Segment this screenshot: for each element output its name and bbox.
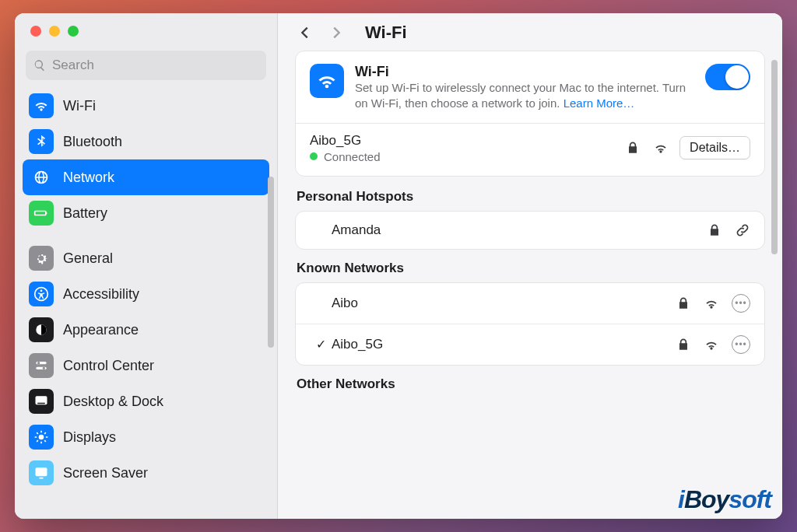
svg-point-6	[43, 367, 45, 369]
appearance-icon	[29, 317, 54, 342]
main-panel: Wi-Fi Wi-Fi Set up Wi-Fi to wirelessly c…	[278, 13, 782, 519]
search-placeholder: Search	[52, 58, 94, 73]
network-name: Aibo	[332, 296, 676, 311]
wifi-card: Wi-Fi Set up Wi-Fi to wirelessly connect…	[295, 51, 765, 177]
more-options-icon[interactable]: •••	[732, 294, 750, 313]
sidebar-item-label: Desktop & Dock	[63, 394, 163, 410]
forward-button	[328, 24, 345, 41]
sidebar-item-general[interactable]: General	[23, 240, 269, 276]
learn-more-link[interactable]: Learn More…	[564, 96, 635, 110]
system-settings-window: Search Wi-Fi Bluetooth Network	[15, 13, 782, 519]
svg-point-5	[37, 362, 40, 364]
hotspot-link-icon	[735, 222, 750, 238]
list-item[interactable]: Amanda	[296, 212, 764, 249]
svg-rect-18	[36, 467, 47, 476]
sidebar-item-label: Network	[63, 170, 114, 186]
wifi-toggle[interactable]	[705, 64, 750, 90]
search-input[interactable]: Search	[26, 51, 266, 80]
displays-icon	[29, 425, 54, 450]
bluetooth-icon	[29, 129, 54, 154]
lock-icon	[676, 296, 691, 311]
wifi-icon	[310, 64, 344, 98]
svg-rect-8	[37, 403, 45, 404]
svg-line-17	[44, 432, 46, 434]
sidebar-item-label: Appearance	[63, 322, 139, 338]
sidebar-item-appearance[interactable]: Appearance	[23, 312, 269, 348]
sidebar-item-label: Accessibility	[63, 286, 139, 303]
main-scrollbar[interactable]	[771, 60, 778, 254]
network-name: Amanda	[332, 222, 707, 238]
sidebar-item-wifi[interactable]: Wi-Fi	[23, 88, 269, 124]
wifi-signal-icon	[704, 296, 719, 311]
window-controls	[15, 13, 277, 37]
lock-icon	[676, 337, 691, 352]
more-options-icon[interactable]: •••	[732, 335, 750, 354]
svg-line-16	[37, 440, 38, 442]
control-center-icon	[29, 353, 54, 378]
sidebar-item-label: Wi-Fi	[63, 98, 96, 114]
connected-status: Connected	[324, 150, 381, 163]
list-item[interactable]: Aibo •••	[296, 283, 764, 324]
list-item[interactable]: ✓ Aibo_5G •••	[296, 324, 764, 365]
battery-icon	[29, 201, 54, 226]
wifi-card-title: Wi-Fi	[355, 64, 694, 80]
section-known-networks: Known Networks	[297, 261, 764, 276]
connected-network-name: Aibo_5G	[310, 133, 625, 149]
sidebar-item-screen-saver[interactable]: Screen Saver	[23, 455, 269, 491]
sidebar-scrollbar[interactable]	[268, 177, 274, 348]
section-personal-hotspots: Personal Hotspots	[297, 189, 764, 205]
section-other-networks: Other Networks	[297, 376, 764, 392]
page-title: Wi-Fi	[365, 23, 407, 43]
svg-point-1	[40, 289, 43, 292]
sidebar-item-network[interactable]: Network	[23, 159, 269, 195]
globe-icon	[29, 165, 54, 190]
wifi-card-desc: Set up Wi-Fi to wirelessly connect your …	[355, 80, 694, 112]
svg-rect-19	[40, 478, 44, 479]
check-icon: ✓	[310, 337, 332, 352]
status-dot-icon	[310, 152, 318, 160]
gear-icon	[29, 246, 54, 271]
sidebar-item-label: Control Center	[63, 358, 154, 374]
zoom-icon[interactable]	[68, 26, 79, 37]
sidebar-item-desktop-dock[interactable]: Desktop & Dock	[23, 383, 269, 419]
details-button[interactable]: Details…	[679, 136, 750, 159]
sidebar-item-accessibility[interactable]: Accessibility	[23, 276, 269, 312]
wifi-signal-icon	[704, 337, 719, 352]
close-icon[interactable]	[30, 26, 41, 37]
back-button[interactable]	[297, 24, 314, 41]
known-networks-list: Aibo ••• ✓ Aibo_5G •••	[295, 282, 765, 366]
svg-point-9	[39, 435, 44, 440]
connected-network-row: Aibo_5G Connected Details…	[310, 133, 750, 163]
svg-line-14	[37, 432, 38, 434]
watermark: iBoysoft	[678, 485, 771, 514]
search-icon	[33, 59, 46, 72]
sidebar: Search Wi-Fi Bluetooth Network	[15, 13, 278, 519]
wifi-signal-icon	[653, 140, 669, 156]
sidebar-item-bluetooth[interactable]: Bluetooth	[23, 124, 269, 159]
lock-icon	[625, 140, 641, 156]
sidebar-item-label: General	[63, 250, 113, 267]
desktop-dock-icon	[29, 389, 54, 414]
minimize-icon[interactable]	[49, 26, 60, 37]
lock-icon	[707, 222, 722, 238]
screen-saver-icon	[29, 460, 54, 485]
sidebar-item-control-center[interactable]: Control Center	[23, 348, 269, 383]
network-name: Aibo_5G	[332, 337, 676, 352]
sidebar-item-label: Battery	[63, 205, 107, 222]
titlebar: Wi-Fi	[278, 13, 782, 51]
hotspots-list: Amanda	[295, 211, 765, 250]
wifi-icon	[29, 93, 54, 118]
sidebar-item-displays[interactable]: Displays	[23, 419, 269, 455]
sidebar-item-battery[interactable]: Battery	[23, 195, 269, 231]
sidebar-item-label: Bluetooth	[63, 134, 122, 150]
accessibility-icon	[29, 282, 54, 306]
svg-line-15	[44, 440, 46, 442]
sidebar-item-label: Screen Saver	[63, 465, 148, 481]
sidebar-item-label: Displays	[63, 429, 116, 446]
